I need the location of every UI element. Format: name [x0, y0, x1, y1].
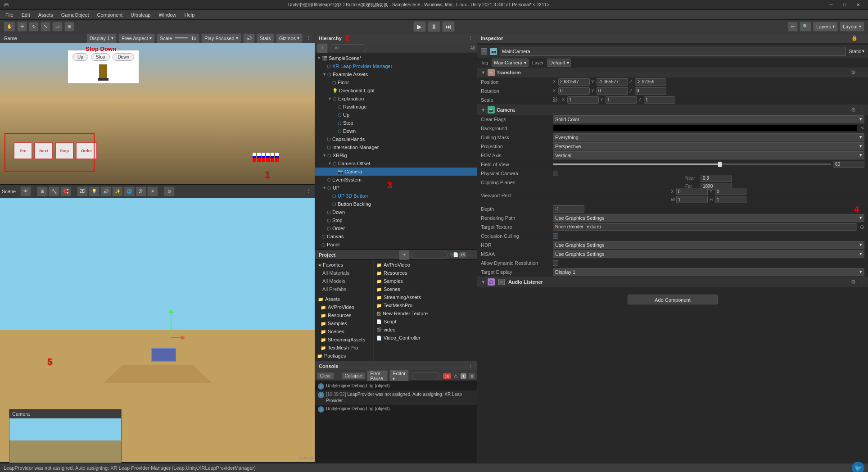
asset-script[interactable]: 📄 Script — [374, 318, 477, 326]
object-enabled-checkbox[interactable] — [481, 48, 487, 54]
play-focused-button[interactable]: Play Focused ▾ — [201, 33, 241, 43]
game-view-menu[interactable]: ⋮ — [306, 35, 311, 41]
hierarchy-item[interactable]: ▼⬡UP — [315, 184, 477, 192]
menu-component[interactable]: Component — [93, 11, 126, 18]
hierarchy-search[interactable] — [330, 44, 366, 52]
asset-avprovideo[interactable]: 📁 AVProVideo — [374, 261, 477, 269]
assets-header[interactable]: 📁 Assets — [315, 295, 373, 303]
rot-x-value[interactable]: 0 — [558, 87, 590, 95]
background-color-swatch[interactable] — [553, 125, 857, 132]
scene-light-btn[interactable]: 💡 — [89, 186, 99, 196]
background-edit-btn[interactable]: ✎ — [861, 126, 864, 131]
audio-listener-more-btn[interactable]: ⋮ — [859, 279, 864, 285]
hierarchy-item[interactable]: ▼🎬SampleScene* — [315, 54, 477, 62]
menu-file[interactable]: File — [2, 11, 17, 18]
rotate-tool[interactable]: ↻ — [29, 22, 39, 32]
fov-axis-dropdown[interactable]: Vertical ▾ — [553, 151, 864, 159]
hierarchy-item[interactable]: 💡Directional Light — [315, 86, 477, 95]
menu-assets[interactable]: Assets — [35, 11, 57, 18]
hierarchy-item[interactable]: ⬡Intersection Manager — [315, 143, 477, 151]
object-name-field[interactable]: MainCamera — [500, 47, 846, 56]
hierarchy-item[interactable]: ⬡Down — [315, 208, 477, 216]
fav-all-prefabs[interactable]: All Prefabs — [315, 285, 373, 293]
projection-dropdown[interactable]: Perspective ▾ — [553, 142, 864, 150]
camera-more-btn[interactable]: ⋮ — [859, 107, 864, 113]
search-button[interactable]: 🔍 — [800, 22, 811, 32]
hierarchy-item[interactable]: ▼⬡Example Assets — [315, 70, 477, 78]
hierarchy-item[interactable]: ⬡EventSystem — [315, 176, 477, 184]
scene-flare-btn[interactable]: ☀ — [147, 186, 158, 196]
fav-all-models[interactable]: All Models — [315, 277, 373, 285]
fov-value[interactable]: 60 — [833, 161, 864, 168]
console-item-2[interactable]: i [10:39:52] LeapProvider was not assign… — [315, 390, 477, 405]
clear-flags-dropdown[interactable]: Solid Color ▾ — [553, 115, 864, 123]
proj-streaming[interactable]: 📁 StreamingAssets — [315, 336, 373, 344]
hierarchy-item[interactable]: ⬡Stop — [315, 216, 477, 224]
layers-dropdown[interactable]: Layers ▾ — [813, 22, 838, 32]
inspector-lock-btn[interactable]: 🔒 — [851, 35, 858, 41]
menu-window[interactable]: Window — [155, 11, 180, 18]
layer-dropdown[interactable]: Default ▾ — [547, 59, 571, 67]
menu-gameobject[interactable]: GameObject — [58, 11, 93, 18]
close-button[interactable]: ✕ — [852, 0, 864, 9]
static-badge[interactable]: Static ▾ — [849, 49, 864, 54]
clipping-near-value[interactable]: 0.3 — [701, 175, 732, 182]
hierarchy-item[interactable]: ⬡Button Backing — [315, 200, 477, 208]
hierarchy-item[interactable]: ⬡Floor — [315, 78, 477, 86]
rot-z-value[interactable]: 0 — [635, 87, 666, 95]
game-tab[interactable]: Game — [4, 36, 17, 41]
game-up-button[interactable]: Up — [72, 53, 88, 61]
pos-x-value[interactable]: 2.681597 — [558, 78, 590, 86]
hand-tool[interactable]: ✋ — [4, 22, 15, 32]
camera-section-header[interactable]: ▼ 📷 Camera ⚙ ⋮ — [477, 105, 868, 115]
scale-y-value[interactable]: 1 — [606, 96, 637, 104]
scale-tool[interactable]: ⤡ — [41, 22, 50, 32]
asset-scenes[interactable]: 📁 Scenes — [374, 285, 477, 293]
maximize-button[interactable]: □ — [838, 0, 851, 9]
tag-dropdown[interactable]: MainCamera ▾ — [492, 59, 529, 67]
scene-tab[interactable]: Scene — [2, 189, 16, 194]
rot-y-value[interactable]: 0 — [597, 87, 628, 95]
camera-settings-btn[interactable]: ⚙ — [851, 107, 856, 113]
hierarchy-content[interactable]: ▼🎬SampleScene*⬡XR Leap Provider Manager▼… — [315, 53, 477, 250]
menu-ultraleap[interactable]: Ultraleap — [127, 11, 154, 18]
fov-slider[interactable] — [553, 163, 831, 165]
hierarchy-item[interactable]: ⬡Down — [315, 127, 477, 135]
scene-2d-btn[interactable]: 2D — [77, 186, 88, 196]
game-down-button[interactable]: Down — [113, 53, 134, 61]
console-menu-btn[interactable]: ⋮ — [468, 363, 473, 369]
transform-more-btn[interactable]: ⋮ — [859, 70, 864, 76]
hierarchy-item[interactable]: 📷Camera — [315, 168, 477, 176]
audio-listener-settings-btn[interactable]: ⚙ — [851, 279, 856, 285]
minimize-button[interactable]: ─ — [825, 0, 837, 9]
scene-snap-btn[interactable]: 🧲 — [60, 186, 71, 196]
target-texture-field[interactable]: None (Render Texture) — [553, 223, 857, 231]
proj-menu-btn[interactable]: ⋮ — [468, 252, 473, 258]
inspector-menu-btn[interactable]: ⋮ — [859, 35, 864, 41]
hierarchy-item[interactable]: ⬡UP 3D Button — [315, 192, 477, 200]
aspect-dropdown[interactable]: Free Aspect ▾ — [118, 33, 155, 43]
audio-listener-enabled[interactable] — [498, 279, 505, 285]
depth-field[interactable]: -1 — [553, 205, 584, 213]
proj-add-btn[interactable]: + — [399, 250, 410, 260]
proj-resources[interactable]: 📁 Resources — [315, 311, 373, 319]
stats-button[interactable]: Stats — [257, 33, 274, 43]
console-error-pause-btn[interactable]: Error Pause — [367, 370, 388, 382]
asset-streaming[interactable]: 📁 StreamingAssets — [374, 293, 477, 301]
scale-z-value[interactable]: 1 — [644, 96, 675, 104]
hierarchy-menu-btn[interactable]: ⋮ — [468, 35, 473, 41]
pos-y-value[interactable]: -1.365577 — [597, 78, 628, 86]
display-dropdown[interactable]: Display 1 ▾ — [86, 33, 117, 43]
add-component-button[interactable]: Add Component — [628, 295, 718, 304]
proj-avprovideo[interactable]: 📁 AVProVideo — [315, 303, 373, 311]
culling-mask-dropdown[interactable]: Everything ▾ — [553, 133, 864, 141]
menu-help[interactable]: Help — [181, 11, 199, 18]
proj-textmesh[interactable]: 📁 TextMesh Pro — [315, 344, 373, 352]
hierarchy-item[interactable]: ⬡Up — [315, 111, 477, 119]
hierarchy-item[interactable]: ⬡RawImage — [315, 103, 477, 111]
step-button[interactable]: ⏭ — [442, 21, 455, 32]
scene-overlay-btn[interactable]: ⊙ — [164, 186, 175, 196]
move-tool[interactable]: ✛ — [17, 22, 27, 32]
asset-video[interactable]: 🎬 video — [374, 326, 477, 334]
hierarchy-item[interactable]: ⬡Panel — [315, 241, 477, 249]
